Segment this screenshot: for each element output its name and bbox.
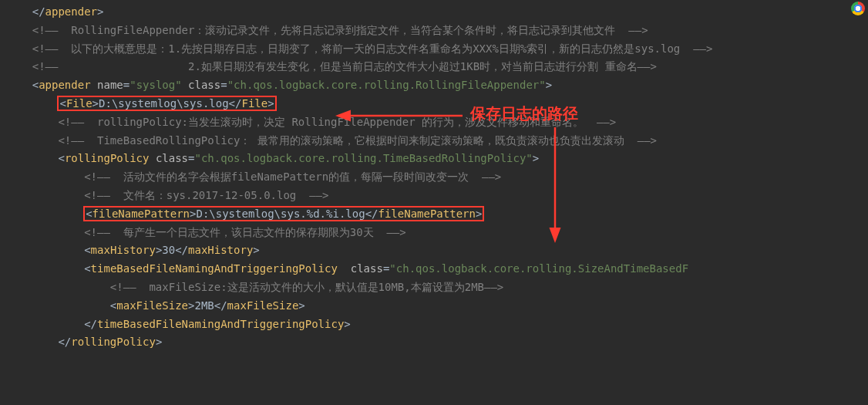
annotation-arrows — [0, 0, 868, 405]
